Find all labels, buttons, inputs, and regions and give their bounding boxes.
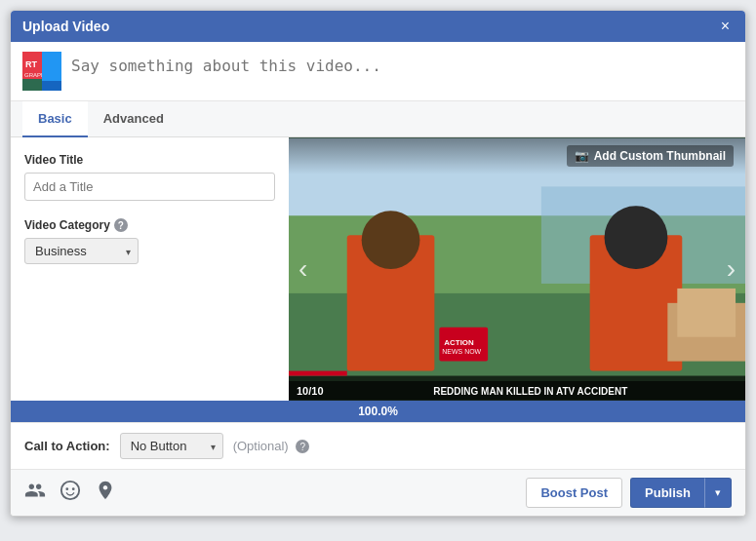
post-text-input[interactable] [71,52,734,89]
left-panel: Video Title Video Category ? Business En… [11,137,289,401]
tab-basic[interactable]: Basic [22,101,88,137]
thumbnail-button-label: Add Custom Thumbnail [594,149,726,163]
close-button[interactable]: × [717,19,734,34]
svg-text:NEWS NOW: NEWS NOW [442,348,481,355]
frame-count: 10/10 [297,385,324,397]
video-preview: ACTION NEWS NOW 📷 Add Custom Thumbnail ‹… [289,137,745,401]
category-label: Video Category ? [24,218,275,232]
location-icon[interactable] [95,480,116,506]
video-overlay-top: 📷 Add Custom Thumbnail [289,137,745,174]
tabs-container: Basic Advanced [11,101,745,137]
post-bar: RT GRAPHICS [11,42,745,101]
prev-frame-button[interactable]: ‹ [295,250,311,289]
progress-label: 100.0% [358,405,398,418]
svg-rect-16 [677,289,736,337]
video-scene-svg: ACTION NEWS NOW [289,137,745,401]
news-headline: REDDING MAN KILLED IN ATV ACCIDENT [433,386,627,397]
cta-optional-label: (Optional) ? [233,439,310,454]
publish-button[interactable]: Publish [630,478,704,508]
category-section: Video Category ? Business Entertainment … [24,218,275,264]
footer-buttons: Boost Post Publish ▾ [526,478,732,508]
tag-friends-icon[interactable] [24,480,46,506]
svg-point-23 [65,487,68,490]
main-content: Video Title Video Category ? Business En… [11,137,745,401]
video-bottom-bar: 10/10 REDDING MAN KILLED IN ATV ACCIDENT [289,381,745,401]
cta-help-icon[interactable]: ? [296,440,309,453]
footer-icons [24,480,116,506]
cta-label: Call to Action: [24,439,110,453]
avatar: RT GRAPHICS [22,52,61,91]
video-title-input[interactable] [24,173,275,201]
tab-advanced[interactable]: Advanced [88,101,179,137]
publish-dropdown-button[interactable]: ▾ [704,478,732,508]
progress-bar-container: 100.0% [11,401,745,422]
emoji-icon[interactable] [60,480,81,506]
modal-title: Upload Video [22,19,109,34]
boost-post-button[interactable]: Boost Post [526,478,622,508]
svg-point-24 [72,487,75,490]
svg-text:RT: RT [25,59,37,69]
camera-icon: 📷 [575,149,589,163]
video-title-label: Video Title [24,153,275,167]
category-select-wrapper: Business Entertainment News Sports Techn… [24,238,139,264]
cta-select-wrapper: No Button Book Now Contact Us Learn More… [120,433,223,459]
modal-header: Upload Video × [11,11,745,42]
svg-rect-6 [42,81,61,91]
cta-select[interactable]: No Button Book Now Contact Us Learn More… [120,433,223,459]
svg-rect-4 [22,79,42,91]
cta-row: Call to Action: No Button Book Now Conta… [11,422,745,469]
svg-rect-21 [289,371,347,376]
upload-video-modal: Upload Video × RT GRAPHICS Basic Advance… [10,10,746,517]
category-help-icon[interactable]: ? [114,218,128,232]
svg-text:ACTION: ACTION [444,338,474,347]
video-preview-panel: ACTION NEWS NOW 📷 Add Custom Thumbnail ‹… [289,137,745,401]
svg-rect-14 [605,206,668,269]
svg-rect-12 [362,211,420,269]
add-thumbnail-button[interactable]: 📷 Add Custom Thumbnail [567,145,734,167]
modal-footer: Boost Post Publish ▾ [11,469,745,516]
category-select[interactable]: Business Entertainment News Sports Techn… [24,238,139,264]
publish-button-group: Publish ▾ [630,478,732,508]
next-frame-button[interactable]: › [723,250,739,289]
svg-point-22 [61,482,79,499]
